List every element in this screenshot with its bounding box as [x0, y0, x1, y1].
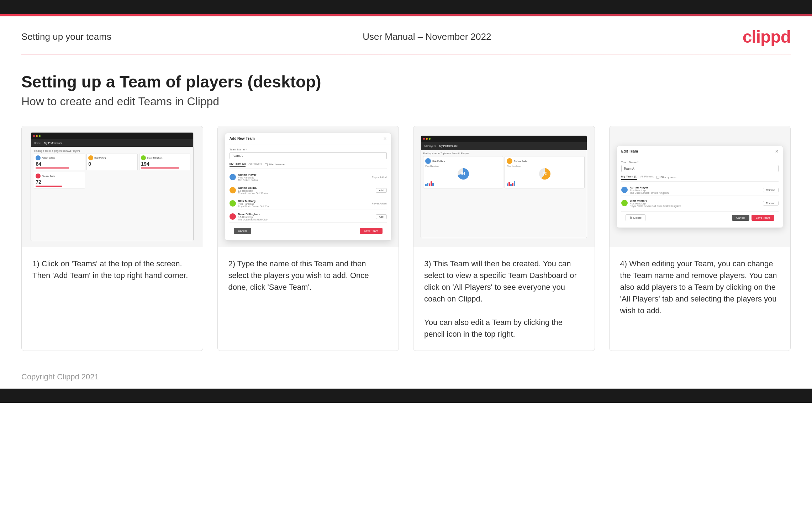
dialog-tabs-edit: My Team (2) All Players Filter by name [621, 175, 779, 182]
player-status-add-3: Player Added [372, 202, 387, 205]
player-avatar-2 [230, 187, 236, 193]
step-2-description: 2) Type the name of this Team and then s… [228, 259, 369, 292]
filter-checkbox-edit: Filter by name [657, 175, 676, 180]
step-4-screenshot: Edit Team ✕ Team Name * Team A My Team (… [610, 126, 791, 247]
player-name-add-3: Blair McHarg [238, 199, 270, 203]
nav-my-perf-3: My Performance [439, 145, 457, 147]
player-location-add-2: Central London Golf Centre [238, 192, 269, 194]
cancel-button-add[interactable]: Cancel [234, 228, 251, 234]
dialog-tabs-add: My Team (2) All Players Filter by name [230, 162, 387, 169]
dot-yellow-3 [426, 138, 428, 140]
main-content: Setting up a Team of players (desktop) H… [0, 54, 812, 365]
player-detail-add-3: Plus Handicap [238, 203, 270, 205]
score-3: 194 [141, 161, 189, 167]
nav-home: Home [34, 142, 41, 144]
bar-1b [427, 183, 428, 186]
dialog-header-add: Add New Team ✕ [225, 133, 391, 144]
bar-3 [141, 167, 179, 169]
player-name-add-2: Adrian Coliba [238, 186, 269, 190]
save-team-button-add[interactable]: Save Team [360, 228, 383, 234]
player-row-3: Blair McHarg Plus Handicap Royal North D… [230, 198, 387, 209]
nav-all-players: All Players [424, 145, 436, 147]
player-info-3: Blair McHarg Plus Handicap Royal North D… [230, 199, 270, 208]
player-details-2: Adrian Coliba 1.5 Handicap Central Londo… [238, 186, 269, 194]
tab-all-players-edit[interactable]: All Players [640, 175, 654, 180]
remove-player-btn-1[interactable]: Remove [763, 188, 779, 192]
player-info-1: Adrian Player Plus Handicap The Shire Lo… [230, 173, 258, 181]
bar-1c [429, 183, 430, 186]
add-player-btn-4[interactable]: Add [376, 214, 386, 219]
team-name-input[interactable]: Team A [230, 152, 387, 159]
header-right: clippd [743, 27, 791, 47]
tab-my-team-edit[interactable]: My Team (2) [621, 175, 638, 180]
header: Setting up your teams User Manual – Nove… [0, 16, 812, 54]
avatar-1 [36, 155, 41, 160]
edit-team-name-label: Team Name * [621, 161, 779, 164]
score-num-2: 72 [543, 172, 547, 176]
page-subtitle: How to create and edit Teams in Clippd [21, 95, 791, 108]
player-location-add-3: Royal North Devon Golf Club [238, 205, 270, 208]
edit-team-dialog: Edit Team ✕ Team Name * Team A My Team (… [617, 146, 783, 228]
step-2-text: 2) Type the name of this Team and then s… [218, 247, 399, 351]
score-circle-1: 94 [458, 168, 469, 180]
player-info-2: Adrian Coliba 1.5 Handicap Central Londo… [230, 186, 269, 194]
player-detail-add-1: Plus Handicap [238, 176, 258, 179]
player-location-add-1: The Shire London [238, 179, 258, 181]
player-details-3: Blair McHarg Plus Handicap Royal North D… [238, 199, 270, 208]
mock-body-1: Finding 4 out of 5 players from All Play… [31, 147, 193, 241]
edit-player-avatar-1 [621, 187, 628, 193]
dialog-close-edit[interactable]: ✕ [775, 149, 779, 154]
tc-detail-1: Plus Handicap [425, 165, 501, 167]
bar-1a [425, 184, 427, 186]
player-list-add: Adrian Player Plus Handicap The Shire Lo… [230, 172, 387, 223]
add-player-btn-2[interactable]: Add [376, 188, 386, 193]
player-row-4: Dave Billingham 3.5 Handicap The Dog Mag… [230, 211, 387, 223]
edit-player-detail-1: Plus Handicap [630, 189, 669, 192]
player-row-2: Adrian Coliba 1.5 Handicap Central Londo… [230, 185, 387, 196]
tab-all-players[interactable]: All Players [248, 162, 262, 167]
filter-checkbox-box-edit[interactable] [657, 176, 659, 179]
player-avatar-3 [230, 200, 236, 207]
bar-2d [512, 183, 513, 186]
edit-team-name-input[interactable]: Team A [621, 165, 779, 172]
player-location-add-4: The Dog Maging Golf Club [238, 218, 268, 221]
mock-team-card-1: Blair McHarg Plus Handicap 94 [423, 156, 503, 188]
step-3-mockscreen: All Players My Performance Finding 4 out… [421, 135, 587, 238]
dialog-body-add: Team Name * Team A My Team (2) All Playe… [225, 144, 391, 240]
edit-action-buttons: Cancel Save Team [732, 215, 774, 221]
edit-player-name-1: Adrian Player [630, 186, 669, 189]
mock-header-3 [421, 136, 587, 142]
footer: Copyright Clippd 2021 [0, 365, 812, 389]
dialog-title-add: Add New Team [230, 137, 255, 140]
bar-chart-2 [507, 181, 582, 186]
player-name-add-1: Adrian Player [238, 173, 258, 176]
filter-checkbox-box[interactable] [265, 163, 268, 166]
nav-my-performance: My Performance [44, 142, 62, 144]
player-name-3: Dave Billingham [147, 157, 162, 159]
step-3-card: All Players My Performance Finding 4 out… [413, 126, 595, 351]
dialog-header-edit: Edit Team ✕ [617, 146, 783, 157]
step-1-card: Home My Performance Finding 4 out of 5 p… [21, 126, 203, 351]
bar-2a [507, 183, 508, 186]
player-status-add-1: Player Added [372, 176, 387, 178]
score-1: 84 [36, 161, 83, 167]
delete-button-edit[interactable]: 🗑 Delete [626, 214, 645, 221]
dialog-close-add[interactable]: ✕ [383, 136, 387, 141]
cancel-button-edit[interactable]: Cancel [732, 215, 749, 221]
edit-player-avatar-2 [621, 200, 628, 206]
save-team-button-edit[interactable]: Save Team [752, 215, 774, 221]
player-name-add-4: Dave Billingham [238, 213, 268, 216]
mock-team-card-2: Richard Burke Plus Handicap 72 [505, 156, 585, 188]
player-name-1: Adrian Collins [42, 157, 55, 159]
player-list-edit: Adrian Player Plus Handicap The Shire Lo… [621, 185, 779, 209]
remove-player-btn-2[interactable]: Remove [763, 201, 779, 206]
bar-chart-1 [425, 181, 501, 186]
tc-detail-2: Plus Handicap [507, 165, 582, 167]
player-avatar-1 [230, 174, 236, 180]
bottom-bar [0, 389, 812, 403]
tab-my-team[interactable]: My Team (2) [230, 162, 246, 167]
filter-checkbox: Filter by name [265, 162, 284, 167]
step-4-text: 4) When editing your Team, you can chang… [610, 247, 791, 351]
step-1-text: 1) Click on 'Teams' at the top of the sc… [22, 247, 203, 351]
tc-avatar-1 [425, 158, 431, 164]
